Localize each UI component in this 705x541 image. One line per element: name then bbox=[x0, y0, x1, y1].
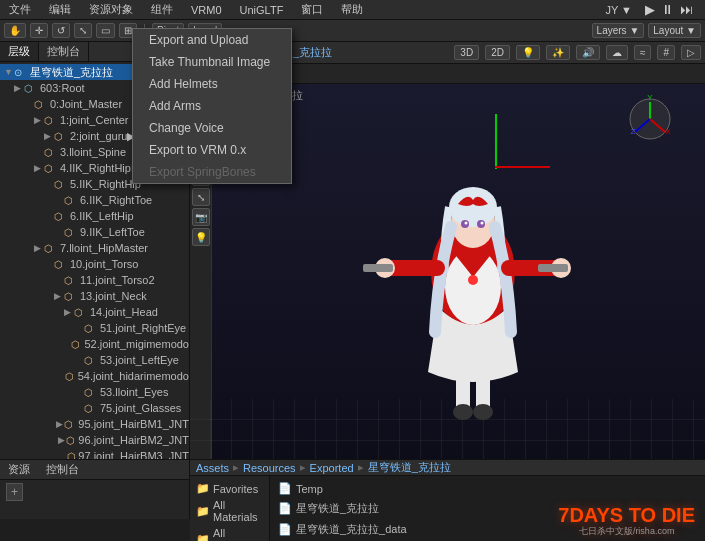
hierarchy-item-21[interactable]: ⬡75.joint_Glasses bbox=[0, 400, 189, 416]
scene-fog-btn[interactable]: ≈ bbox=[634, 45, 652, 60]
folder-all-materials[interactable]: 📁All Materials bbox=[190, 497, 269, 525]
hierarchy-item-13[interactable]: ⬡11.joint_Torso2 bbox=[0, 272, 189, 288]
move-tool[interactable]: ✛ bbox=[30, 23, 48, 38]
breadcrumb-exported[interactable]: Exported bbox=[310, 462, 354, 474]
nav-camera[interactable]: 📷 bbox=[192, 208, 210, 226]
hierarchy-item-10[interactable]: ⬡9.IIK_LeftToe bbox=[0, 224, 189, 240]
hierarchy-item-8[interactable]: ⬡6.IIK_RightToe bbox=[0, 192, 189, 208]
folder-tree: 📁Favorites📁All Materials📁All Models📁All … bbox=[190, 476, 270, 541]
pause-button[interactable]: ⏸ bbox=[661, 2, 674, 17]
hierarchy-item-9[interactable]: ⬡6.IIK_LeftHip bbox=[0, 208, 189, 224]
logo-main: 7DAYS TO DIE bbox=[558, 505, 695, 525]
hierarchy-item-22[interactable]: ▶⬡95.joint_HairBM1_JNT bbox=[0, 416, 189, 432]
x-axis-arrow bbox=[495, 166, 550, 168]
nav-scale2[interactable]: ⤡ bbox=[192, 188, 210, 206]
svg-point-7 bbox=[481, 221, 484, 224]
tab-hierarchy[interactable]: 层级 bbox=[0, 42, 39, 61]
step-button[interactable]: ⏭ bbox=[680, 2, 693, 17]
logo: 7DAYS TO DIE 七日杀中文版/risha.com bbox=[558, 505, 695, 536]
hierarchy-item-23[interactable]: ▶⬡96.joint_HairBM2_JNT bbox=[0, 432, 189, 448]
svg-text:Y: Y bbox=[647, 94, 653, 102]
ctx-export-spring: Export SpringBones bbox=[133, 161, 291, 183]
hierarchy-item-14[interactable]: ▶⬡13.joint_Neck bbox=[0, 288, 189, 304]
nav-light[interactable]: 💡 bbox=[192, 228, 210, 246]
hand-tool[interactable]: ✋ bbox=[4, 23, 26, 38]
menu-assets[interactable]: 资源对象 bbox=[84, 0, 138, 19]
breadcrumb-assets[interactable]: Assets bbox=[196, 462, 229, 474]
hierarchy-item-19[interactable]: ⬡54.joint_hidarimemodo bbox=[0, 368, 189, 384]
bottom-left-tabs: 资源 控制台 bbox=[0, 460, 189, 480]
tab-console[interactable]: 控制台 bbox=[39, 42, 89, 61]
hierarchy-item-24[interactable]: ⬡97.joint_HairBM3_JNT bbox=[0, 448, 189, 459]
rect-tool[interactable]: ▭ bbox=[96, 23, 115, 38]
character-display bbox=[363, 112, 583, 432]
ctx-add-helmets[interactable]: Add Helmets bbox=[133, 73, 291, 95]
hierarchy-item-12[interactable]: ⬡10.joint_Torso bbox=[0, 256, 189, 272]
bottom-left-panel: 资源 控制台 + bbox=[0, 460, 190, 519]
layers-btn[interactable]: Layers ▼ bbox=[592, 23, 645, 38]
hierarchy-item-15[interactable]: ▶⬡14.joint_Head bbox=[0, 304, 189, 320]
svg-point-3 bbox=[449, 187, 497, 227]
hierarchy-item-11[interactable]: ▶⬡7.lloint_HipMaster bbox=[0, 240, 189, 256]
axis-gizmo: Y X Z bbox=[625, 94, 675, 144]
breadcrumb-character[interactable]: 星穹铁道_克拉拉 bbox=[368, 460, 451, 475]
folder-all-models[interactable]: 📁All Models bbox=[190, 525, 269, 541]
context-menu: Export and Upload Take Thumbnail Image A… bbox=[132, 28, 292, 184]
breadcrumb-sep3: ▸ bbox=[358, 461, 364, 474]
hierarchy-item-17[interactable]: ⬡52.joint_migimemodo bbox=[0, 336, 189, 352]
ctx-thumbnail[interactable]: Take Thumbnail Image bbox=[133, 51, 291, 73]
main-layout: 层级 控制台 ▼⊙星穹铁道_克拉拉▶⬡603:Root⬡0:Joint_Mast… bbox=[0, 42, 705, 459]
scene-skybox-btn[interactable]: ☁ bbox=[606, 45, 628, 60]
menu-bar: 文件 编辑 资源对象 组件 VRM0 UniGLTF 窗口 帮助 JY ▼ ▶ … bbox=[0, 0, 705, 20]
scene-flare-btn[interactable]: # bbox=[657, 45, 675, 60]
breadcrumb-sep2: ▸ bbox=[300, 461, 306, 474]
layout-btn[interactable]: Layout ▼ bbox=[648, 23, 701, 38]
svg-point-18 bbox=[468, 275, 478, 285]
scene-3d-btn[interactable]: 3D bbox=[454, 45, 479, 60]
hierarchy-item-16[interactable]: ⬡51.joint_RightEye bbox=[0, 320, 189, 336]
menu-vrm0[interactable]: VRM0 bbox=[186, 2, 227, 18]
ctx-export-upload[interactable]: Export and Upload bbox=[133, 29, 291, 51]
hierarchy-item-18[interactable]: ⬡53.joint_LeftEye bbox=[0, 352, 189, 368]
tab-console-small[interactable]: 控制台 bbox=[38, 460, 87, 479]
hierarchy-item-20[interactable]: ⬡53.lloint_Eyes bbox=[0, 384, 189, 400]
menu-file[interactable]: 文件 bbox=[4, 0, 36, 19]
menu-edit[interactable]: 编辑 bbox=[44, 0, 76, 19]
scale-tool[interactable]: ⤡ bbox=[74, 23, 92, 38]
svg-point-6 bbox=[465, 221, 468, 224]
svg-text:X: X bbox=[665, 127, 671, 136]
y-axis-arrow bbox=[495, 114, 497, 169]
asset-breadcrumb: Assets ▸ Resources ▸ Exported ▸ 星穹铁道_克拉拉 bbox=[190, 460, 705, 476]
svg-point-16 bbox=[453, 404, 473, 420]
svg-text:Z: Z bbox=[631, 127, 636, 136]
scene-audio-btn[interactable]: 🔊 bbox=[576, 45, 600, 60]
file-Temp[interactable]: 📄Temp bbox=[274, 480, 701, 497]
logo-sub: 七日杀中文版/risha.com bbox=[558, 527, 695, 536]
menu-window[interactable]: 窗口 bbox=[296, 0, 328, 19]
second-toolbar: ✋ ✛ ↺ ⤡ ▭ ⊞ Pivot Local Layers ▼ Layout … bbox=[0, 20, 705, 42]
scene-2d-btn[interactable]: 2D bbox=[485, 45, 510, 60]
ctx-add-arms[interactable]: Add Arms bbox=[133, 95, 291, 117]
breadcrumb-sep1: ▸ bbox=[233, 461, 239, 474]
svg-rect-12 bbox=[363, 264, 393, 272]
scene-animate-btn[interactable]: ▷ bbox=[681, 45, 701, 60]
toolbar-jy[interactable]: JY ▼ bbox=[600, 2, 637, 18]
folder-favorites[interactable]: 📁Favorites bbox=[190, 480, 269, 497]
rotate-tool[interactable]: ↺ bbox=[52, 23, 70, 38]
svg-rect-13 bbox=[538, 264, 568, 272]
tab-assets-small[interactable]: 资源 bbox=[0, 460, 38, 479]
ctx-change-voice[interactable]: Change Voice bbox=[133, 117, 291, 139]
menu-uniflgtf[interactable]: UniGLTF bbox=[235, 2, 289, 18]
scene-fx-btn[interactable]: ✨ bbox=[546, 45, 570, 60]
ctx-export-vrm[interactable]: Export to VRM 0.x bbox=[133, 139, 291, 161]
svg-point-17 bbox=[473, 404, 493, 420]
scene-lighting-btn[interactable]: 💡 bbox=[516, 45, 540, 60]
menu-help[interactable]: 帮助 bbox=[336, 0, 368, 19]
breadcrumb-resources[interactable]: Resources bbox=[243, 462, 296, 474]
play-button[interactable]: ▶ bbox=[645, 2, 655, 17]
menu-component[interactable]: 组件 bbox=[146, 0, 178, 19]
add-item-btn[interactable]: + bbox=[6, 483, 23, 501]
